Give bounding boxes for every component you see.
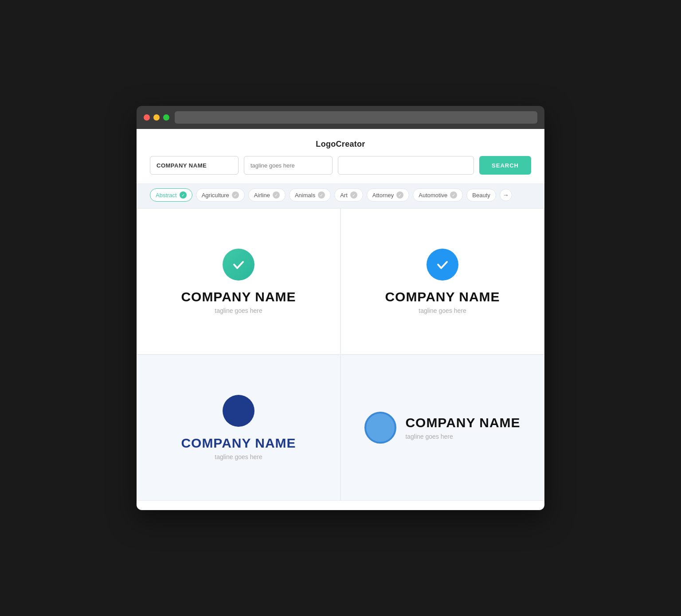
browser-chrome [137, 106, 544, 129]
logo-4-text-group: COMPANY NAME tagline goes here [405, 415, 520, 440]
filter-chip-beauty[interactable]: Beauty [466, 189, 496, 202]
filter-label-agriculture: Agriculture [202, 192, 229, 199]
extra-input[interactable] [338, 156, 474, 175]
logo-icon-3 [223, 395, 254, 427]
logo-4-company-name: COMPANY NAME [405, 415, 520, 430]
filter-label-art: Art [340, 192, 348, 199]
logo-2-tagline: tagline goes here [419, 307, 466, 314]
dark-circle-icon [223, 395, 254, 427]
filters-next-button[interactable]: → [500, 189, 512, 201]
filter-chip-animals[interactable]: Animals ✓ [289, 188, 331, 202]
check-icon-attorney: ✓ [396, 191, 403, 199]
logo-2-company-name: COMPANY NAME [385, 289, 500, 304]
check-icon-agriculture: ✓ [232, 191, 239, 199]
logo-cell-2[interactable]: COMPANY NAME tagline goes here [340, 208, 544, 355]
green-check-icon [223, 249, 254, 281]
filter-label-beauty: Beauty [472, 192, 490, 199]
close-button[interactable] [144, 114, 150, 121]
search-button[interactable]: SEARCH [479, 156, 531, 175]
logo-grid: COMPANY NAME tagline goes here COMPANY N… [137, 208, 544, 501]
filter-label-attorney: Attorney [372, 192, 394, 199]
filter-chip-agriculture[interactable]: Agriculture ✓ [196, 188, 245, 202]
filter-chip-abstract[interactable]: Abstract ✓ [150, 188, 192, 202]
traffic-lights [144, 114, 169, 121]
logo-icon-1 [223, 249, 254, 281]
filter-label-automotive: Automotive [419, 192, 447, 199]
logo-3-tagline: tagline goes here [215, 453, 262, 460]
filter-label-animals: Animals [295, 192, 315, 199]
filter-chip-art[interactable]: Art ✓ [334, 188, 363, 202]
browser-window: LogoCreator SEARCH Abstract ✓ Agricultur… [137, 106, 544, 510]
filter-chip-airline[interactable]: Airline ✓ [248, 188, 286, 202]
minimize-button[interactable] [153, 114, 160, 121]
logo-cell-3[interactable]: COMPANY NAME tagline goes here [137, 355, 340, 501]
check-icon-automotive: ✓ [450, 191, 457, 199]
filter-label-airline: Airline [254, 192, 270, 199]
tagline-input[interactable] [244, 156, 333, 175]
search-bar: SEARCH [137, 156, 544, 183]
check-icon-art: ✓ [350, 191, 357, 199]
blue-check-icon [427, 249, 458, 281]
check-icon-animals: ✓ [318, 191, 325, 199]
logo-1-tagline: tagline goes here [215, 307, 262, 314]
filter-chip-attorney[interactable]: Attorney ✓ [367, 188, 409, 202]
app-container: LogoCreator SEARCH Abstract ✓ Agricultur… [137, 129, 544, 510]
check-icon-airline: ✓ [273, 191, 280, 199]
address-bar[interactable] [175, 111, 537, 124]
app-title: LogoCreator [137, 129, 544, 156]
company-name-input[interactable] [150, 156, 239, 175]
filter-bar: Abstract ✓ Agriculture ✓ Airline ✓ Anima… [137, 183, 544, 208]
logo-icon-2 [427, 249, 458, 281]
logo-cell-4[interactable]: COMPANY NAME tagline goes here [340, 355, 544, 501]
logo-3-company-name: COMPANY NAME [181, 436, 296, 451]
light-blue-circle-icon [364, 412, 396, 444]
filter-chip-automotive[interactable]: Automotive ✓ [413, 188, 463, 202]
filter-label-abstract: Abstract [156, 192, 177, 199]
logo-4-tagline: tagline goes here [405, 433, 520, 440]
logo-1-company-name: COMPANY NAME [181, 289, 296, 304]
check-icon-abstract: ✓ [180, 191, 187, 199]
maximize-button[interactable] [163, 114, 169, 121]
logo-cell-1[interactable]: COMPANY NAME tagline goes here [137, 208, 340, 355]
